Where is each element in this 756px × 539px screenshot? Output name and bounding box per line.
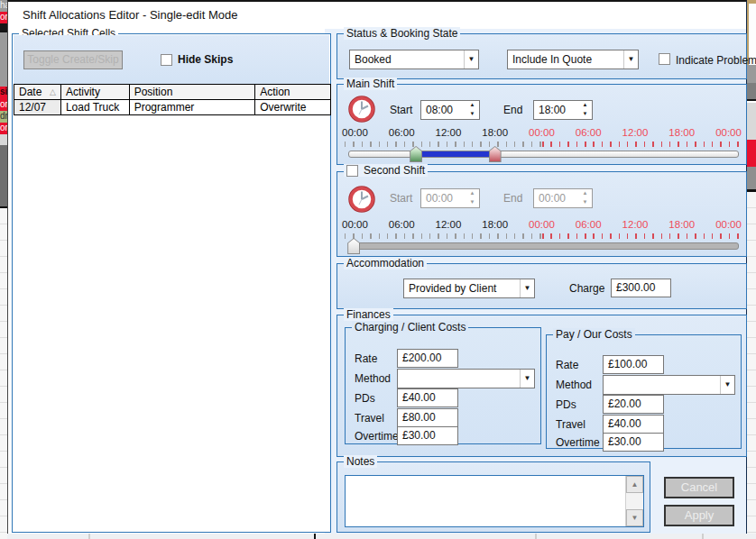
main-timeline-labels: 00:0006:00 12:0018:00 00:0006:00 12:0018… <box>342 127 742 138</box>
charging-method-dropdown[interactable]: ▼ <box>397 369 535 388</box>
notes-scrollbar[interactable]: ▲ ▼ <box>625 476 643 526</box>
group-legend: Pay / Our Costs <box>553 328 635 341</box>
group-legend: Charging / Client Costs <box>352 321 468 333</box>
spin-down-icon[interactable]: ▼ <box>578 110 592 119</box>
clock-icon <box>347 95 376 123</box>
charge-input[interactable]: £300.00 <box>611 279 671 297</box>
rate-label: Rate <box>556 359 578 371</box>
shift-cells-table: Date△ Activity Position Action 12/07 Loa… <box>14 84 331 115</box>
indicate-problems-checkbox[interactable] <box>659 53 670 65</box>
pay-pds-input[interactable]: £20.00 <box>603 395 664 414</box>
second-end-spinner[interactable]: 00:00 ▲▼ <box>533 188 593 208</box>
dialog-title: Shift Allocations Editor - Single-edit M… <box>23 8 237 22</box>
table-row[interactable]: 12/07 Load Truck Programmer Overwrite <box>14 100 331 115</box>
pds-label: PDs <box>556 398 576 411</box>
hide-skips-checkbox[interactable] <box>161 54 172 66</box>
method-label: Method <box>556 379 592 391</box>
shift-cells-toolbar: Toggle Create/Skip Hide Skips <box>14 35 329 84</box>
start-label: Start <box>390 192 412 205</box>
apply-button[interactable]: Apply <box>664 505 734 526</box>
column-header-activity[interactable]: Activity <box>60 85 129 100</box>
group-legend: Notes <box>344 455 377 468</box>
bg-cell: ha <box>0 0 7 12</box>
toggle-create-skip-button[interactable]: Toggle Create/Skip <box>23 50 123 69</box>
spin-up-icon[interactable]: ▲ <box>466 189 479 198</box>
main-shift-slider[interactable] <box>348 151 739 158</box>
bg-cell <box>747 103 756 140</box>
spin-down-icon[interactable]: ▼ <box>466 110 479 119</box>
main-end-spinner[interactable]: 18:00 ▲▼ <box>533 100 593 120</box>
clock-icon <box>347 185 376 214</box>
cancel-button[interactable]: Cancel <box>664 477 734 498</box>
bg-cell <box>747 83 756 101</box>
selected-shift-cells-group: Selected Shift Cells Toggle Create/Skip … <box>12 33 331 533</box>
group-legend: Main Shift <box>344 78 397 90</box>
column-header-date[interactable]: Date△ <box>14 85 61 100</box>
bg-cell: dr <box>0 111 7 123</box>
overtime-label: Overtime <box>556 436 600 449</box>
chevron-down-icon: ▼ <box>623 50 638 69</box>
hide-skips-label: Hide Skips <box>178 53 233 66</box>
slider-start-handle[interactable] <box>410 146 422 162</box>
bg-cell <box>747 140 756 167</box>
notes-textarea[interactable]: ▲ ▼ <box>345 475 644 527</box>
pay-travel-input[interactable]: £40.00 <box>603 415 664 434</box>
slider-end-handle[interactable] <box>489 146 502 162</box>
timeline-ticks <box>345 233 739 239</box>
chevron-down-icon: ▼ <box>720 376 734 394</box>
bg-cell <box>0 134 7 145</box>
overtime-label: Overtime <box>355 430 399 443</box>
charging-rate-input[interactable]: £200.00 <box>397 349 458 368</box>
charging-travel-input[interactable]: £80.00 <box>397 408 458 427</box>
pay-method-dropdown[interactable]: ▼ <box>603 375 735 395</box>
group-legend: Finances <box>344 308 393 321</box>
method-label: Method <box>355 372 391 385</box>
slider-start-handle[interactable] <box>347 238 360 254</box>
second-shift-group: Second Shift Start 00:00 ▲▼ End 00:00 ▲▼… <box>337 171 747 257</box>
main-start-spinner[interactable]: 08:00 ▲▼ <box>420 100 480 120</box>
bg-grid <box>0 208 7 539</box>
second-shift-slider[interactable] <box>348 242 739 250</box>
status-booking-group: Status & Booking State Booked ▼ Include … <box>337 33 747 79</box>
second-start-spinner[interactable]: 00:00 ▲▼ <box>420 188 480 208</box>
bg-cell <box>0 23 7 32</box>
status-dropdown[interactable]: Booked ▼ <box>349 50 479 69</box>
table-header-row: Date△ Activity Position Action <box>14 85 331 100</box>
chevron-down-icon: ▼ <box>464 50 478 69</box>
bg-cell: or <box>0 123 7 134</box>
main-shift-group: Main Shift Start 08:00 ▲▼ End 18:00 ▲▼ 0… <box>337 84 747 165</box>
column-header-position[interactable]: Position <box>129 85 254 100</box>
bg-grid <box>7 534 756 539</box>
end-label: End <box>503 192 522 205</box>
chevron-down-icon: ▼ <box>520 370 534 388</box>
slider-range-fill <box>416 151 494 157</box>
quote-dropdown[interactable]: Include In Quote ▼ <box>507 50 639 69</box>
charging-overtime-input[interactable]: £30.00 <box>397 426 458 445</box>
accommodation-dropdown[interactable]: Provided by Client ▼ <box>403 279 535 298</box>
shift-allocations-dialog: Shift Allocations Editor - Single-edit M… <box>7 0 747 534</box>
spin-up-icon[interactable]: ▲ <box>578 101 592 110</box>
pay-rate-input[interactable]: £100.00 <box>603 355 664 374</box>
cell-activity: Load Truck <box>60 100 129 115</box>
bg-cell <box>0 145 7 208</box>
scroll-up-icon[interactable]: ▲ <box>626 476 643 493</box>
column-header-action[interactable]: Action <box>255 85 331 100</box>
travel-label: Travel <box>556 418 585 431</box>
bg-cell <box>747 167 756 192</box>
spin-down-icon[interactable]: ▼ <box>578 198 592 207</box>
scroll-down-icon[interactable]: ▼ <box>626 509 643 526</box>
charging-pds-input[interactable]: £40.00 <box>397 388 458 407</box>
notes-group: Notes ▲ ▼ <box>337 461 650 533</box>
end-label: End <box>503 104 522 116</box>
second-shift-checkbox[interactable] <box>346 165 358 177</box>
group-legend: Accommodation <box>344 257 427 270</box>
bg-cell <box>747 65 756 83</box>
spin-down-icon[interactable]: ▼ <box>466 198 479 207</box>
spin-up-icon[interactable]: ▲ <box>466 101 479 110</box>
spin-up-icon[interactable]: ▲ <box>578 189 592 198</box>
finances-group: Finances Charging / Client Costs Rate £2… <box>337 315 747 457</box>
pay-overtime-input[interactable]: £30.00 <box>603 433 664 452</box>
cell-date: 12/07 <box>14 100 61 115</box>
indicate-problems-label: Indicate Problems <box>676 54 756 67</box>
bg-cell: or <box>0 99 7 111</box>
